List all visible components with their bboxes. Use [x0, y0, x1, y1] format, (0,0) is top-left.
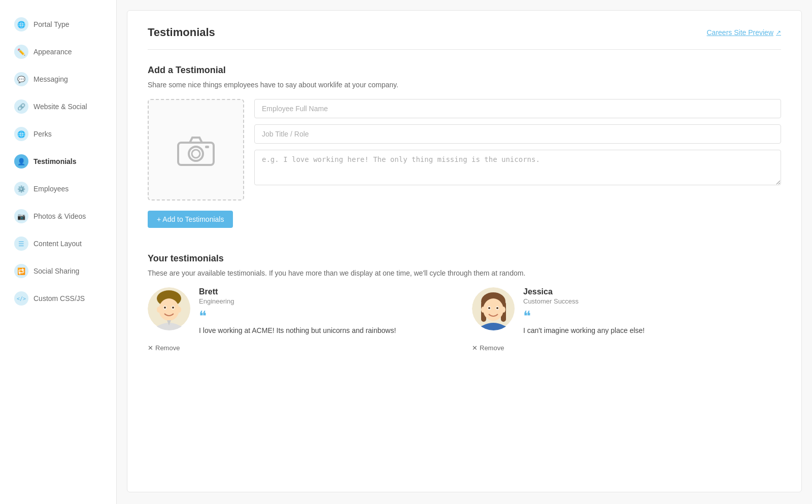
job-title-input[interactable] [254, 124, 781, 144]
svg-point-11 [157, 307, 161, 313]
svg-point-9 [164, 307, 166, 309]
add-testimonial-form [148, 99, 781, 200]
sidebar-item-label: Website & Social [33, 103, 87, 111]
remove-brett-button[interactable]: ✕ Remove [148, 344, 457, 352]
testimonial-info-brett: Brett Engineering ❝ I love working at AC… [199, 287, 457, 341]
sidebar-item-website-social[interactable]: 🔗 Website & Social [4, 93, 112, 120]
svg-point-10 [172, 307, 174, 309]
svg-point-20 [488, 307, 490, 309]
avatar-brett [148, 287, 191, 330]
sidebar-item-label: Social Sharing [33, 267, 79, 275]
add-to-testimonials-button[interactable]: + Add to Testimonials [148, 211, 233, 228]
sidebar-item-employees[interactable]: ⚙️ Employees [4, 176, 112, 202]
main-content: Testimonials Careers Site Preview ↗ Add … [117, 0, 812, 504]
sidebar-item-photos-videos[interactable]: 📷 Photos & Videos [4, 203, 112, 229]
quote-textarea[interactable] [254, 150, 781, 185]
messaging-icon: 💬 [14, 72, 28, 86]
add-testimonial-desc: Share some nice things employees have to… [148, 81, 781, 89]
remove-label-brett: Remove [155, 344, 180, 352]
camera-icon [176, 133, 216, 166]
sidebar-item-label: Employees [33, 185, 69, 193]
add-testimonial-title: Add a Testimonial [148, 65, 781, 76]
external-link-icon: ↗ [776, 29, 781, 36]
testimonial-info-jessica: Jessica Customer Success ❝ I can't imagi… [523, 287, 781, 341]
sidebar-item-content-layout[interactable]: ☰ Content Layout [4, 230, 112, 257]
portal-type-icon: 🌐 [14, 17, 28, 31]
svg-point-12 [177, 307, 181, 313]
employees-icon: ⚙️ [14, 182, 28, 196]
sidebar-item-appearance[interactable]: ✏️ Appearance [4, 39, 112, 65]
quote-mark-jessica: ❝ [523, 309, 781, 323]
appearance-icon: ✏️ [14, 45, 28, 59]
sidebar-item-perks[interactable]: 🌐 Perks [4, 121, 112, 147]
testimonial-top-jessica: Jessica Customer Success ❝ I can't imagi… [472, 287, 781, 341]
custom-css-js-icon: </> [14, 291, 28, 306]
sidebar-item-custom-css-js[interactable]: </> Custom CSS/JS [4, 285, 112, 312]
svg-point-2 [192, 150, 200, 158]
svg-point-23 [501, 307, 505, 313]
your-testimonials-section: Your testimonials These are your availab… [148, 253, 781, 352]
testimonial-card-brett: Brett Engineering ❝ I love working at AC… [148, 287, 457, 352]
form-fields [254, 99, 781, 200]
content-layout-icon: ☰ [14, 237, 28, 251]
testimonials-list-desc: These are your available testimonials. I… [148, 269, 781, 277]
testimonials-list-title: Your testimonials [148, 253, 781, 264]
avatar-jessica [472, 287, 515, 330]
testimonial-card-jessica: Jessica Customer Success ❝ I can't imagi… [472, 287, 781, 352]
website-social-icon: 🔗 [14, 99, 28, 114]
sidebar-item-label: Photos & Videos [33, 212, 86, 220]
social-sharing-icon: 🔁 [14, 264, 28, 278]
sidebar-item-testimonials[interactable]: 👤 Testimonials [4, 148, 112, 175]
remove-jessica-button[interactable]: ✕ Remove [472, 344, 781, 352]
sidebar-item-label: Portal Type [33, 20, 70, 28]
remove-x-brett: ✕ [148, 344, 153, 352]
sidebar-item-messaging[interactable]: 💬 Messaging [4, 66, 112, 92]
svg-point-1 [189, 147, 203, 161]
sidebar: 🌐 Portal Type ✏️ Appearance 💬 Messaging … [0, 0, 117, 504]
sidebar-item-label: Perks [33, 130, 52, 138]
photo-upload-box[interactable] [148, 99, 244, 200]
testimonial-role-brett: Engineering [199, 297, 457, 305]
svg-point-17 [483, 298, 503, 321]
sidebar-item-social-sharing[interactable]: 🔁 Social Sharing [4, 258, 112, 284]
remove-label-jessica: Remove [480, 344, 504, 352]
testimonials-icon: 👤 [14, 154, 28, 169]
sidebar-item-label: Testimonials [33, 157, 77, 165]
employee-name-input[interactable] [254, 99, 781, 118]
sidebar-item-portal-type[interactable]: 🌐 Portal Type [4, 11, 112, 38]
testimonial-role-jessica: Customer Success [523, 297, 781, 305]
sidebar-item-label: Custom CSS/JS [33, 294, 85, 303]
svg-rect-3 [205, 146, 209, 148]
svg-point-22 [481, 307, 485, 313]
testimonials-grid: Brett Engineering ❝ I love working at AC… [148, 287, 781, 352]
sidebar-item-label: Content Layout [33, 240, 82, 248]
testimonial-top-brett: Brett Engineering ❝ I love working at AC… [148, 287, 457, 341]
sidebar-item-label: Appearance [33, 48, 72, 56]
sidebar-item-label: Messaging [33, 75, 68, 83]
testimonial-name-jessica: Jessica [523, 287, 781, 296]
page-header: Testimonials Careers Site Preview ↗ [148, 26, 781, 50]
content-area: Testimonials Careers Site Preview ↗ Add … [127, 10, 802, 492]
careers-preview-link[interactable]: Careers Site Preview ↗ [707, 28, 782, 37]
testimonial-text-jessica: I can't imagine working any place else! [523, 325, 781, 336]
add-testimonial-section: Add a Testimonial Share some nice things… [148, 65, 781, 248]
svg-point-6 [159, 298, 179, 321]
svg-point-21 [496, 307, 498, 309]
remove-x-jessica: ✕ [472, 344, 478, 352]
add-button-label: + Add to Testimonials [157, 215, 224, 223]
testimonial-text-brett: I love working at ACME! Its nothing but … [199, 325, 457, 336]
perks-icon: 🌐 [14, 127, 28, 141]
quote-mark-brett: ❝ [199, 309, 457, 323]
testimonial-name-brett: Brett [199, 287, 457, 296]
careers-preview-label: Careers Site Preview [707, 28, 774, 37]
page-title: Testimonials [148, 26, 215, 39]
photos-videos-icon: 📷 [14, 209, 28, 223]
